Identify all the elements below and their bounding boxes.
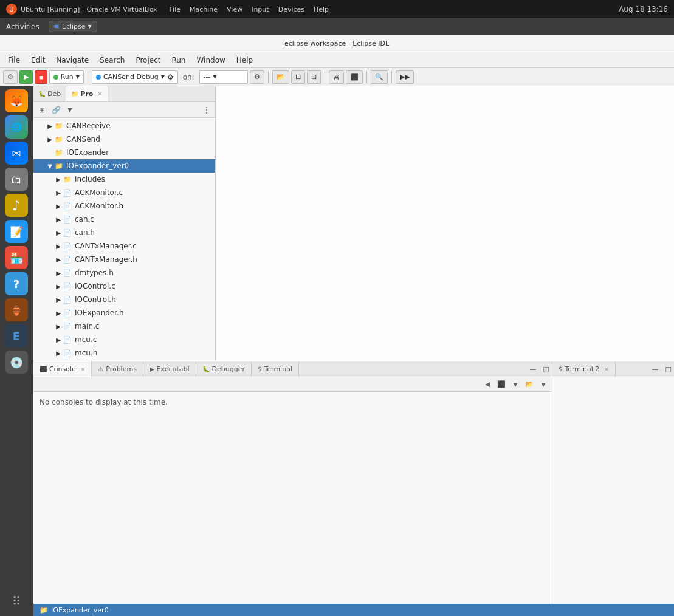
- tab-project[interactable]: 📁 Pro ✕: [66, 86, 108, 101]
- tab-debugger[interactable]: 🐛 Debugger: [196, 361, 252, 377]
- run-config-dropdown[interactable]: Run ▼: [49, 70, 84, 84]
- run-config-label: Run: [61, 73, 74, 81]
- menu-edit[interactable]: Edit: [26, 54, 50, 66]
- tab-executable[interactable]: ▶ Executabl: [143, 361, 196, 377]
- project-tab-label: Pro: [80, 90, 93, 98]
- on-dropdown[interactable]: --- ▼: [199, 70, 248, 84]
- maximize-right-button[interactable]: □: [663, 365, 674, 373]
- tree-item-canreceive[interactable]: ▶ 📁 CANReceive: [33, 119, 215, 132]
- tree-item-mcu-h[interactable]: ▶ 📄 mcu.h: [33, 346, 215, 360]
- mcu-c-icon: 📄: [63, 335, 72, 344]
- tree-item-ioexpander-ver0[interactable]: ▼ 📁 IOExpander_ver0: [33, 159, 215, 173]
- menu-file[interactable]: File: [3, 54, 25, 66]
- tree-item-includes[interactable]: ▶ 📁 Includes: [33, 173, 215, 186]
- tree-item-cantxmanager-c[interactable]: ▶ 📄 CANTxManager.c: [33, 239, 215, 253]
- console-dropdown-button[interactable]: ▼: [509, 379, 521, 390]
- console-menu-button[interactable]: ▼: [537, 379, 549, 390]
- console-monitor-button[interactable]: ⬛: [495, 379, 507, 390]
- sidebar-icon-firefox[interactable]: 🦊: [5, 89, 28, 112]
- toolbar-run-button[interactable]: ▶: [19, 70, 33, 84]
- toolbar-open-button[interactable]: 📂: [272, 70, 289, 84]
- project-tab-close[interactable]: ✕: [97, 91, 102, 97]
- sidebar-icon-help[interactable]: ?: [5, 272, 28, 295]
- tree-item-ioexpander[interactable]: 📁 IOExpander: [33, 146, 215, 159]
- os-menu-machine[interactable]: Machine: [190, 5, 218, 13]
- toolbar-settings-button[interactable]: ⚙: [3, 70, 18, 84]
- tree-item-iocontrol-c[interactable]: ▶ 📄 IOControl.c: [33, 279, 215, 293]
- tree-item-ioexpander-h[interactable]: ▶ 📄 IOExpander.h: [33, 306, 215, 320]
- console-back-button[interactable]: ◀: [481, 379, 493, 390]
- activities-button[interactable]: Activities: [6, 22, 40, 31]
- tab-problems[interactable]: ⚠ Problems: [92, 361, 143, 377]
- stop-icon: ■: [39, 74, 43, 81]
- toolbar-extra1-button[interactable]: ⊡: [291, 70, 305, 84]
- menu-project[interactable]: Project: [131, 54, 165, 66]
- tree-item-cansend[interactable]: ▶ 📁 CANSend: [33, 132, 215, 146]
- os-menu-devices[interactable]: Devices: [278, 5, 304, 13]
- tab-terminal-2[interactable]: $ Terminal 2 ✕: [552, 361, 616, 377]
- terminal2-content: [552, 377, 674, 604]
- tab-debug[interactable]: 🐛 Deb: [33, 86, 66, 101]
- tree-item-ackmonitor-h[interactable]: ▶ 📄 ACKMonitor.h: [33, 199, 215, 213]
- tree-item-mcu-c[interactable]: ▶ 📄 mcu.c: [33, 333, 215, 346]
- tree-item-main-c[interactable]: ▶ 📄 main.c: [33, 320, 215, 333]
- toolbar-search-button[interactable]: 🔍: [371, 70, 388, 84]
- console-tab-close[interactable]: ✕: [81, 366, 86, 372]
- tree-item-can-c[interactable]: ▶ 📄 can.c: [33, 213, 215, 226]
- os-menu-items[interactable]: File Machine View Input Devices Help: [170, 5, 329, 13]
- tree-item-cantxmanager-h[interactable]: ▶ 📄 CANTxManager.h: [33, 253, 215, 266]
- collapse-all-button[interactable]: ⊞: [36, 104, 48, 116]
- ubuntu-logo: U: [6, 4, 17, 15]
- sidebar-icon-libreoffice[interactable]: 📝: [5, 220, 28, 243]
- view-menu-button[interactable]: ⋮: [201, 104, 213, 116]
- toolbar-print-button[interactable]: 🖨: [329, 70, 344, 84]
- executable-icon: ▶: [150, 366, 154, 372]
- tree-item-dmtypes-h[interactable]: ▶ 📄 dmtypes.h: [33, 266, 215, 279]
- minimize-right-button[interactable]: —: [650, 365, 661, 373]
- terminal2-tab-close[interactable]: ✕: [604, 366, 609, 372]
- sidebar-icon-apps[interactable]: ⠿: [5, 590, 28, 613]
- tree-item-can-h[interactable]: ▶ 📄 can.h: [33, 226, 215, 239]
- os-menu-file[interactable]: File: [170, 5, 181, 13]
- toolbar-extra2-button[interactable]: ⊞: [307, 70, 321, 84]
- console-icon: ⬛: [40, 366, 47, 372]
- minimize-bottom-button[interactable]: —: [528, 365, 539, 373]
- console-open-button[interactable]: 📂: [523, 379, 535, 390]
- content-area: 🐛 Deb 📁 Pro ✕ ⊞ 🔗 ▼ ⋮: [33, 86, 674, 616]
- toolbar-play-all-button[interactable]: ▶▶: [396, 70, 414, 84]
- run-dropdown-arrow: ▼: [76, 74, 80, 80]
- sidebar-icon-appstore[interactable]: 🏪: [5, 246, 28, 269]
- cansend-folder-icon: 📁: [54, 134, 64, 144]
- menu-navigate[interactable]: Navigate: [51, 54, 94, 66]
- toolbar-stop-button[interactable]: ■: [35, 70, 47, 84]
- os-menu-input[interactable]: Input: [252, 5, 269, 13]
- tree-item-iocontrol-h[interactable]: ▶ 📄 IOControl.h: [33, 293, 215, 306]
- sidebar-icon-db[interactable]: 🏺: [5, 298, 28, 321]
- tab-console[interactable]: ⬛ Console ✕: [33, 361, 92, 377]
- maximize-bottom-button[interactable]: □: [541, 365, 552, 373]
- sidebar-icon-thunderbird[interactable]: ✉: [5, 142, 28, 165]
- cantxmanager-c-arrow: ▶: [54, 243, 63, 250]
- dmtypes-h-arrow: ▶: [54, 270, 63, 276]
- eclipse-taskbar-button[interactable]: ≡ Eclipse ▼: [49, 21, 97, 32]
- toolbar-terminal-button[interactable]: ⬛: [346, 70, 363, 84]
- sidebar-icon-files[interactable]: 🗂: [5, 168, 28, 191]
- filter-button[interactable]: ▼: [64, 104, 76, 116]
- sidebar-icon-rhythmbox[interactable]: ♪: [5, 194, 28, 217]
- debug-config-dropdown[interactable]: CANSend Debug ▼ ⚙: [92, 70, 178, 84]
- menu-run[interactable]: Run: [167, 54, 190, 66]
- link-with-editor-button[interactable]: 🔗: [50, 104, 62, 116]
- os-menu-help[interactable]: Help: [314, 5, 329, 13]
- terminal2-icon: $: [559, 366, 562, 372]
- ioexpander-h-arrow: ▶: [54, 310, 63, 317]
- menu-window[interactable]: Window: [191, 54, 230, 66]
- os-menu-view[interactable]: View: [227, 5, 242, 13]
- tab-terminal[interactable]: $ Terminal: [252, 361, 299, 377]
- tree-item-ackmonitor-c[interactable]: ▶ 📄 ACKMonitor.c: [33, 186, 215, 199]
- sidebar-icon-eclipse[interactable]: E: [5, 324, 28, 347]
- toolbar-settings2-button[interactable]: ⚙: [250, 70, 264, 84]
- sidebar-icon-chromium[interactable]: 🌐: [5, 115, 28, 139]
- sidebar-icon-disc[interactable]: 💿: [5, 351, 28, 374]
- menu-search[interactable]: Search: [95, 54, 129, 66]
- menu-help[interactable]: Help: [232, 54, 258, 66]
